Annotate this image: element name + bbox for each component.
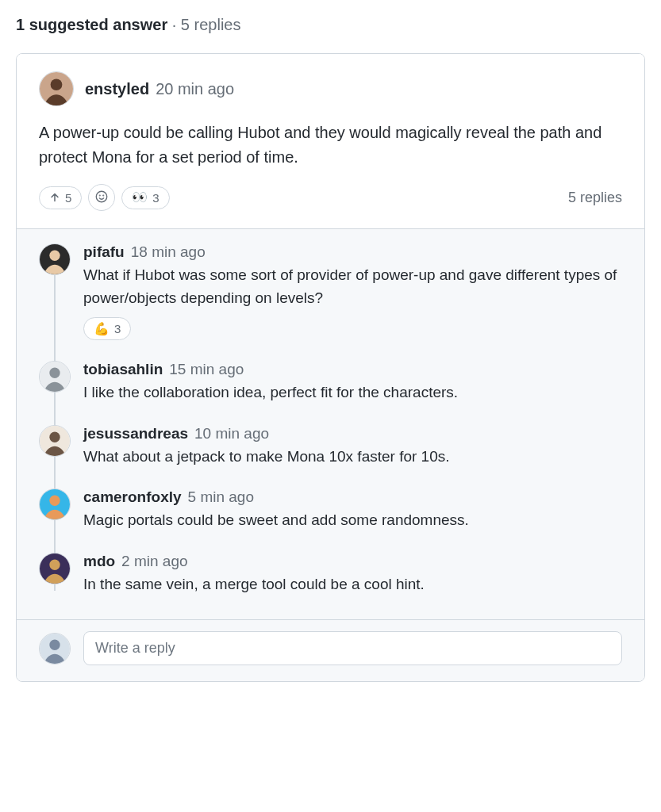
thread-summary: 1 suggested answer · 5 replies bbox=[16, 16, 645, 34]
svg-point-3 bbox=[100, 195, 101, 196]
reaction-row: 5 👀 3 5 replies bbox=[39, 184, 622, 211]
summary-reply-count: 5 replies bbox=[181, 16, 241, 33]
answer-author[interactable]: enstyled bbox=[85, 80, 149, 98]
eyes-reaction-button[interactable]: 👀 3 bbox=[121, 186, 169, 209]
answer-header: enstyled 20 min ago bbox=[39, 71, 622, 106]
reply-time: 18 min ago bbox=[131, 243, 206, 261]
replies-section: pifafu18 min agoWhat if Hubot was some s… bbox=[17, 228, 644, 619]
svg-point-10 bbox=[49, 431, 60, 442]
reply-author[interactable]: jesussandreas bbox=[83, 425, 188, 442]
suggested-answers-count: 1 suggested answer bbox=[16, 16, 167, 33]
eyes-reaction-count: 3 bbox=[152, 191, 159, 205]
reply-time: 10 min ago bbox=[194, 425, 269, 442]
reply-time: 15 min ago bbox=[169, 361, 244, 378]
svg-point-6 bbox=[49, 251, 60, 261]
reply-count-link[interactable]: 5 replies bbox=[568, 190, 622, 206]
reaction-count: 3 bbox=[114, 322, 121, 335]
avatar[interactable] bbox=[39, 71, 74, 106]
thread-card: enstyled 20 min ago A power-up could be … bbox=[16, 53, 645, 682]
upvote-count: 5 bbox=[65, 191, 71, 205]
arrow-up-icon bbox=[49, 192, 60, 203]
reply-text: I like the collaboration idea, perfect f… bbox=[83, 381, 622, 404]
reply-author[interactable]: mdo bbox=[83, 553, 115, 570]
reply-box-section bbox=[17, 619, 644, 681]
answer-time: 20 min ago bbox=[156, 80, 234, 98]
reply-item: mdo2 min agoIn the same vein, a merge to… bbox=[39, 553, 622, 596]
avatar[interactable] bbox=[39, 488, 71, 520]
avatar[interactable] bbox=[39, 361, 71, 393]
answer-body: A power-up could be calling Hubot and th… bbox=[39, 121, 622, 170]
reply-author[interactable]: cameronfoxly bbox=[83, 488, 182, 506]
svg-point-14 bbox=[49, 559, 60, 569]
svg-point-4 bbox=[103, 195, 104, 196]
add-reaction-button[interactable] bbox=[88, 184, 115, 211]
summary-separator: · bbox=[167, 16, 181, 33]
avatar[interactable] bbox=[39, 633, 71, 665]
svg-point-1 bbox=[51, 79, 63, 90]
reply-time: 2 min ago bbox=[121, 553, 187, 570]
reply-item: pifafu18 min agoWhat if Hubot was some s… bbox=[39, 243, 622, 340]
avatar[interactable] bbox=[39, 243, 71, 275]
reply-author[interactable]: tobiasahlin bbox=[83, 361, 163, 378]
svg-point-12 bbox=[49, 496, 60, 506]
svg-point-2 bbox=[97, 191, 108, 202]
eyes-icon: 👀 bbox=[132, 191, 148, 204]
reply-text: Magic portals could be sweet and add som… bbox=[83, 509, 622, 532]
reply-item: cameronfoxly5 min agoMagic portals could… bbox=[39, 488, 622, 532]
flex-reaction-button[interactable]: 💪3 bbox=[83, 317, 131, 340]
smiley-icon bbox=[94, 190, 109, 206]
reply-text: What if Hubot was some sort of provider … bbox=[83, 264, 622, 309]
svg-point-16 bbox=[49, 639, 60, 649]
answer-block: enstyled 20 min ago A power-up could be … bbox=[17, 54, 644, 228]
upvote-button[interactable]: 5 bbox=[39, 186, 82, 209]
reply-text: What about a jetpack to make Mona 10x fa… bbox=[83, 446, 622, 469]
avatar[interactable] bbox=[39, 553, 71, 584]
avatar[interactable] bbox=[39, 425, 71, 457]
svg-point-8 bbox=[49, 368, 60, 378]
reply-text: In the same vein, a merge tool could be … bbox=[83, 573, 622, 596]
reply-item: jesussandreas10 min agoWhat about a jetp… bbox=[39, 425, 622, 469]
reply-author[interactable]: pifafu bbox=[83, 243, 125, 261]
reply-input[interactable] bbox=[83, 631, 622, 665]
flex-icon: 💪 bbox=[94, 323, 110, 335]
reply-item: tobiasahlin15 min agoI like the collabor… bbox=[39, 361, 622, 404]
reply-time: 5 min ago bbox=[188, 488, 254, 506]
